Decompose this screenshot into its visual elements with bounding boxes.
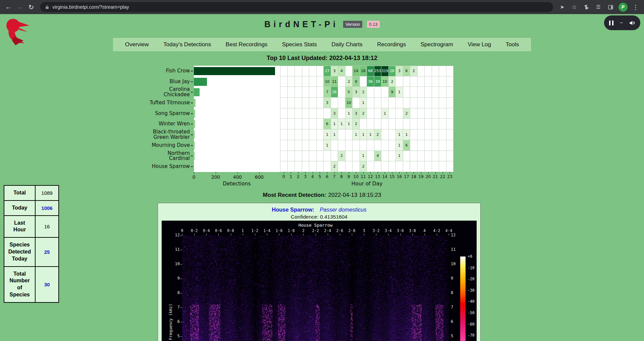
url-bar[interactable]: virginia.birdnetpi.com/?stream=play (40, 2, 553, 12)
axis-tick-label: 15 (389, 174, 395, 179)
heatmap-cell (381, 161, 389, 172)
speaker-icon[interactable] (629, 20, 635, 26)
nav-item-recordings[interactable]: Recordings (375, 41, 408, 48)
heatmap-cell (410, 119, 418, 129)
heatmap-cell (446, 98, 454, 108)
axis-tick (414, 172, 414, 174)
profile-avatar[interactable]: P (619, 3, 628, 12)
stat-value[interactable]: 30 (35, 267, 59, 302)
spec-time-tick: 3·2 (370, 228, 382, 233)
stat-label: Species Detected Today (4, 237, 35, 266)
axis-tick (191, 92, 193, 93)
stat-value[interactable]: 1006 (35, 201, 59, 216)
nav-item-daily-charts[interactable]: Daily Charts (329, 41, 365, 48)
spectrogram-title: House Sparrow (182, 223, 449, 228)
heatmap-cell: 1 (360, 129, 367, 140)
nav-item-best-recordings[interactable]: Best Recordings (224, 41, 270, 48)
heatmap-cell: 2 (360, 161, 367, 172)
reading-list-icon[interactable]: ☰ (593, 1, 604, 13)
axis-tick (279, 234, 279, 235)
heatmap-cell (302, 161, 310, 172)
spec-freq-tick: 7 (166, 305, 180, 309)
heatmap-cell (425, 66, 432, 76)
player-overflow-icon[interactable] (620, 22, 623, 23)
axis-tick (328, 234, 328, 235)
pause-icon[interactable] (609, 20, 613, 25)
heatmap-cell: 3 (331, 108, 338, 119)
side-panel-icon[interactable] (605, 1, 616, 13)
spec-freq-tick: 10 (166, 262, 180, 266)
heatmap-cell (367, 140, 374, 151)
nav-item-today-s-detections[interactable]: Today's Detections (161, 41, 213, 48)
species-common-link[interactable]: House Sparrow: (272, 207, 314, 213)
heatmap-cell (360, 76, 367, 87)
heatmap-cell (410, 129, 418, 140)
axis-tick-label: 0 (187, 174, 201, 180)
heatmap-cell (432, 140, 439, 151)
colorbar-tick: -50 (468, 310, 479, 315)
stat-label: Today (4, 201, 35, 216)
nav-item-view-log[interactable]: View Log (466, 41, 493, 48)
puzzle-icon (584, 4, 589, 10)
heatmap-cell: 6 (403, 140, 411, 151)
axis-tick-label: 13 (374, 174, 381, 179)
spec-time-tick: 2·8 (345, 228, 358, 233)
heatmap-cell (345, 161, 353, 172)
heatmap-cell (295, 98, 302, 108)
heatmap-cell: 4 (374, 151, 382, 162)
axis-tick (443, 172, 443, 174)
heatmap-cell (374, 161, 382, 172)
axis-tick (340, 234, 340, 235)
species-label: Winter Wren (126, 119, 190, 129)
stat-label: Last Hour (4, 216, 35, 238)
heatmap-cell (309, 76, 317, 87)
axis-tick (206, 234, 207, 235)
share-icon[interactable]: ➤ (556, 1, 568, 13)
nav-item-tools[interactable]: Tools (503, 41, 521, 48)
heatmap-cell (439, 140, 446, 151)
heatmap-cell (410, 108, 418, 119)
axis-tick (243, 234, 243, 235)
axis-tick (376, 234, 376, 235)
spec-time-tick: 0·4 (200, 228, 213, 233)
heatmap-cell (324, 151, 331, 162)
heatmap-cell (446, 151, 454, 162)
heatmap-cell (439, 108, 446, 119)
heatmap-cell (338, 87, 345, 98)
heatmap-cell (446, 129, 454, 140)
axis-tick (191, 124, 193, 124)
spec-time-tick: 4·2 (430, 228, 443, 233)
heatmap-cell (345, 151, 353, 162)
stat-value[interactable]: 25 (35, 237, 59, 266)
axis-tick-label: 20 (425, 174, 432, 179)
forward-button[interactable]: → (14, 1, 25, 13)
back-button[interactable]: ← (3, 1, 14, 13)
heatmap-cell (309, 108, 317, 119)
heatmap-cell (446, 87, 454, 98)
heatmap-cell (353, 161, 360, 172)
app-title: BirdNET-Pi (264, 19, 338, 29)
most-recent-detection: Most Recent Detection:2022-04-13 18:15:2… (0, 192, 644, 198)
reload-button[interactable]: ↻ (25, 1, 37, 13)
audio-player[interactable] (604, 15, 640, 30)
chart-row: Blue Jay1011293639102 (126, 76, 453, 87)
menu-kebab-icon[interactable]: ⋮ (630, 1, 641, 13)
axis-tick (182, 234, 182, 235)
nav-item-species-stats[interactable]: Species Stats (280, 41, 319, 48)
nav-item-spectrogram[interactable]: Spectrogram (419, 41, 455, 48)
nav-item-overview[interactable]: Overview (123, 41, 151, 48)
heatmap-cell: 10 (345, 98, 353, 108)
heatmap-cell (389, 108, 396, 119)
axis-tick (363, 172, 364, 174)
extensions-icon[interactable] (581, 1, 592, 13)
heatmap-cell (309, 119, 317, 129)
species-latin-link[interactable]: Passer domesticus (320, 207, 366, 213)
bookmark-star-icon[interactable]: ☆ (569, 1, 580, 13)
stat-label: Total Number of Species (4, 267, 35, 302)
heatmap-cell (396, 119, 403, 129)
heatmap-cell (280, 119, 288, 129)
chart-row: Carolina Chickadee72653291 (126, 87, 453, 98)
heatmap-cell (288, 98, 295, 108)
chart-row: Mourning Dove116 (126, 140, 453, 151)
heatmap-cell: 9 (389, 87, 396, 98)
